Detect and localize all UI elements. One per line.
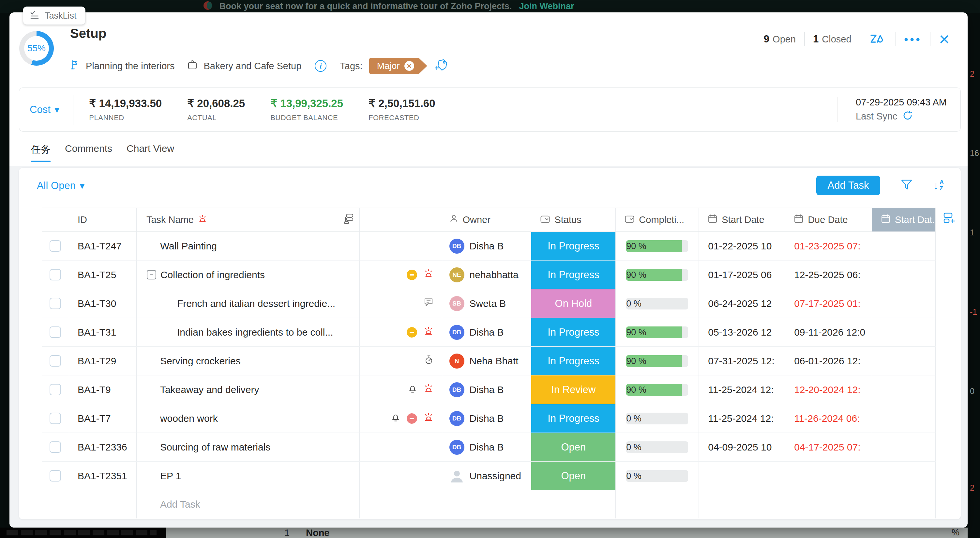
status-cell[interactable]: In Review [531,375,616,404]
status-badge[interactable]: In Progress [531,260,616,289]
open-count-group[interactable]: 9Open [764,33,796,45]
task-name-link[interactable]: French and italian dessert ingredie... [177,298,335,309]
subtask-hierarchy-icon[interactable] [343,214,353,226]
milestone-name[interactable]: Planning the interiors [86,61,175,72]
column-header-extra-date[interactable]: Start Dat.. [872,208,935,231]
tasklist-name[interactable]: Bakery and Cafe Setup [204,61,301,72]
tab-任务[interactable]: 任务 [31,143,51,162]
completion-cell[interactable]: 0 % [616,461,699,490]
completion-cell[interactable]: 0 % [616,289,699,318]
completion-cell[interactable]: 0 % [616,404,699,433]
join-webinar-link[interactable]: Join Webinar [519,1,574,11]
due-date-cell[interactable]: 07-17-2025 01: [785,289,872,318]
owner-cell[interactable]: N Neha Bhatt [442,347,531,375]
due-date-cell[interactable]: 04-17-2025 07: [785,433,872,461]
owner-cell[interactable]: DB Disha B [442,232,531,260]
completion-cell[interactable]: 90 % [616,260,699,289]
task-name-link[interactable]: Takeaway and delivery [160,384,259,395]
status-cell[interactable]: In Progress [531,260,616,289]
start-date-cell[interactable]: 01-17-2025 06 [699,260,785,289]
completion-cell[interactable]: 90 % [616,232,699,260]
add-task-row[interactable]: Add Task [42,490,935,519]
add-tag-icon[interactable] [434,58,448,74]
column-header-completion[interactable]: Completi... [616,208,699,231]
column-header-due-date[interactable]: Due Date [785,208,872,231]
status-badge[interactable]: On Hold [531,289,616,318]
task-name-link[interactable]: Collection of ingredients [161,269,265,281]
cost-selector[interactable]: Cost▾ [19,104,73,116]
collapse-subtasks-icon[interactable] [146,270,156,280]
owner-cell[interactable]: DB Disha B [442,433,531,461]
add-task-placeholder[interactable]: Add Task [160,499,200,510]
close-icon[interactable]: × [939,33,950,46]
completion-cell[interactable]: 90 % [616,347,699,375]
row-checkbox[interactable] [49,355,61,367]
start-date-cell[interactable]: 11-25-2024 12: [699,375,785,404]
status-badge[interactable]: In Review [531,375,616,404]
start-date-cell[interactable] [699,461,785,490]
more-options-icon[interactable]: ••• [904,33,922,46]
due-date-cell[interactable]: 09-11-2026 12:0 [785,318,872,346]
status-badge[interactable]: In Progress [531,404,616,433]
tab-chart-view[interactable]: Chart View [127,143,174,162]
zia-icon[interactable] [869,31,887,47]
start-date-cell[interactable]: 11-25-2024 12: [699,404,785,433]
due-date-cell[interactable]: 11-26-2024 06: [785,404,872,433]
column-header-id[interactable]: ID [69,208,137,231]
add-task-button[interactable]: Add Task [816,176,880,195]
due-date-cell[interactable]: 01-23-2025 07: [785,232,872,260]
status-badge[interactable]: Open [531,433,616,461]
status-badge[interactable]: Open [531,461,616,490]
remove-tag-icon[interactable]: ✕ [404,61,414,71]
task-name-link[interactable]: Serving crockeries [160,356,241,367]
owner-cell[interactable]: SB Sweta B [442,289,531,318]
status-cell[interactable]: On Hold [531,289,616,318]
due-date-cell[interactable]: 12-20-2024 12: [785,375,872,404]
status-cell[interactable]: In Progress [531,232,616,260]
row-checkbox[interactable] [49,326,61,338]
status-cell[interactable]: In Progress [531,404,616,433]
column-header-owner[interactable]: Owner [442,208,531,231]
owner-cell[interactable]: DB Disha B [442,375,531,404]
filter-funnel-icon[interactable] [900,178,913,193]
task-filter-dropdown[interactable]: All Open▾ [37,180,84,192]
start-date-cell[interactable]: 05-13-2026 12 [699,318,785,346]
start-date-cell[interactable]: 06-24-2025 12 [699,289,785,318]
start-date-cell[interactable]: 07-31-2025 12: [699,347,785,375]
tag-major[interactable]: Major ✕ [369,58,427,74]
row-checkbox[interactable] [49,384,61,395]
status-cell[interactable]: In Progress [531,347,616,375]
status-badge[interactable]: In Progress [531,347,616,375]
due-date-cell[interactable] [785,461,872,490]
due-date-cell[interactable]: 06-01-2026 12: [785,347,872,375]
refresh-icon[interactable] [902,110,913,122]
completion-cell[interactable]: 90 % [616,375,699,404]
status-badge[interactable]: In Progress [531,318,616,346]
start-date-cell[interactable]: 01-22-2025 10 [699,232,785,260]
due-date-cell[interactable]: 12-25-2025 06: [785,260,872,289]
status-badge[interactable]: In Progress [531,232,616,260]
task-name-link[interactable]: Sourcing of raw materials [160,442,270,453]
column-header-task-name[interactable]: Task Name [137,208,360,231]
status-cell[interactable]: Open [531,461,616,490]
row-checkbox[interactable] [49,240,61,252]
task-name-link[interactable]: Wall Painting [160,241,217,252]
row-checkbox[interactable] [49,413,61,424]
owner-cell[interactable]: DB Disha B [442,318,531,346]
row-checkbox[interactable] [49,298,61,309]
task-name-link[interactable]: Indian bakes ingredients to be coll... [177,327,333,338]
status-cell[interactable]: In Progress [531,318,616,346]
column-header-start-date[interactable]: Start Date [699,208,785,231]
task-name-link[interactable]: EP 1 [160,471,181,482]
completion-cell[interactable]: 0 % [616,433,699,461]
tab-comments[interactable]: Comments [65,143,112,162]
info-icon[interactable]: i [315,60,326,72]
column-header-status[interactable]: Status [531,208,616,231]
tasklist-tab-chip[interactable]: TaskList [23,6,86,25]
owner-cell[interactable]: NE nehabhatta [442,260,531,289]
completion-cell[interactable]: 90 % [616,318,699,346]
sort-az-icon[interactable]: ↓AZ [933,179,944,192]
start-date-cell[interactable]: 04-09-2025 10 [699,433,785,461]
owner-cell[interactable]: DB Disha B [442,404,531,433]
owner-cell[interactable]: Unassigned [442,461,531,490]
